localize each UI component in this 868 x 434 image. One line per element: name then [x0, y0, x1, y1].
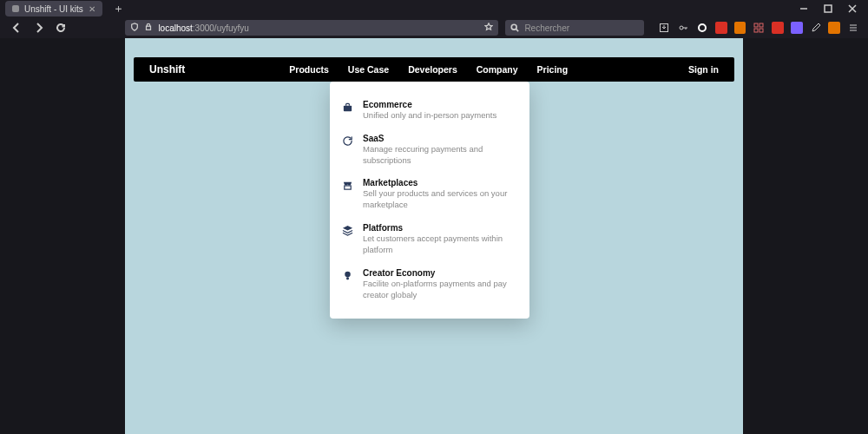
browser-titlebar: Unshift - UI kits ✕ ＋ [0, 0, 868, 17]
nav-developers[interactable]: Developers [408, 64, 457, 75]
extension-red-icon[interactable] [715, 22, 727, 34]
briefcase-icon [342, 100, 354, 122]
extension-pencil-icon[interactable] [810, 22, 822, 34]
browser-toolbar: localhost:3000/uyfuyfyu Rechercher [0, 17, 868, 38]
svg-rect-8 [754, 29, 758, 32]
maximize-button[interactable] [823, 3, 833, 14]
extension-orange-icon[interactable] [734, 22, 746, 34]
lock-icon [144, 23, 153, 33]
nav-pricing[interactable]: Pricing [537, 64, 569, 75]
nav-links: Products Use Case Developers Company Pri… [289, 64, 568, 75]
store-icon [342, 178, 354, 211]
dropdown-item-marketplaces[interactable]: Marketplaces Sell your products and serv… [342, 172, 517, 217]
extension-red2-icon[interactable] [772, 22, 784, 34]
extension-grid-icon[interactable] [753, 22, 765, 34]
brand-logo[interactable]: Unshift [149, 63, 185, 76]
forward-button[interactable] [31, 20, 47, 36]
reload-button[interactable] [53, 20, 69, 36]
nav-company[interactable]: Company [477, 64, 518, 75]
bookmark-star-icon[interactable] [484, 23, 493, 33]
back-button[interactable] [9, 20, 24, 36]
window-controls [799, 3, 868, 14]
browser-tab-active[interactable]: Unshift - UI kits ✕ [5, 1, 102, 16]
new-tab-button[interactable]: ＋ [108, 1, 129, 16]
minimize-button[interactable] [799, 3, 809, 14]
dropdown-item-creator-economy[interactable]: Creator Economy Facilite on-platforms pa… [342, 262, 517, 307]
extension-save-icon[interactable] [658, 22, 670, 34]
svg-point-4 [680, 26, 683, 30]
dropdown-item-platforms[interactable]: Platforms Let customers accept payments … [342, 217, 517, 262]
dropdown-desc: Sell your products and services on your … [363, 188, 517, 211]
page-body: Unshift Products Use Case Developers Com… [125, 38, 743, 434]
svg-rect-11 [345, 186, 351, 189]
url-bar[interactable]: localhost:3000/uyfuyfyu [125, 20, 498, 36]
svg-rect-7 [760, 23, 763, 27]
lightbulb-icon [342, 268, 354, 301]
search-bar[interactable]: Rechercher [505, 20, 644, 36]
nav-use-case[interactable]: Use Case [348, 64, 389, 75]
url-text: localhost:3000/uyfuyfyu [158, 23, 479, 33]
extension-circle-icon[interactable] [696, 22, 708, 34]
dropdown-title: Marketplaces [363, 178, 517, 187]
tab-title: Unshift - UI kits [24, 4, 83, 14]
svg-point-12 [345, 272, 351, 278]
dropdown-title: Platforms [363, 223, 517, 233]
svg-rect-1 [147, 26, 151, 30]
dropdown-desc: Let customers accept payments within pla… [363, 233, 517, 256]
close-icon[interactable]: ✕ [89, 4, 95, 14]
browser-tabs: Unshift - UI kits ✕ ＋ [0, 1, 129, 16]
dropdown-item-ecommerce[interactable]: Ecommerce Unified only and in-person pay… [342, 94, 517, 128]
nav-products[interactable]: Products [289, 64, 329, 75]
dropdown-title: Creator Economy [363, 268, 517, 278]
svg-point-5 [699, 24, 706, 31]
dropdown-title: SaaS [363, 134, 517, 143]
dropdown-desc: Facilite on-platforms payments and pay c… [363, 279, 517, 301]
svg-rect-10 [344, 106, 352, 111]
shield-icon [130, 23, 139, 33]
layers-icon [342, 223, 354, 256]
close-window-button[interactable] [847, 3, 858, 14]
extension-key-icon[interactable] [677, 22, 689, 34]
dropdown-item-saas[interactable]: SaaS Manage reccuring payments and subsc… [342, 128, 517, 173]
refresh-icon [342, 134, 354, 167]
svg-rect-13 [346, 277, 349, 279]
svg-rect-0 [825, 5, 832, 12]
extension-purple-icon[interactable] [791, 22, 803, 34]
dropdown-title: Ecommerce [363, 100, 517, 109]
svg-point-2 [512, 24, 517, 30]
dropdown-desc: Unified only and in-person payments [363, 110, 517, 122]
browser-menu-button[interactable] [847, 22, 859, 34]
search-placeholder: Rechercher [524, 23, 569, 33]
search-icon [510, 23, 519, 32]
signin-link[interactable]: Sign in [688, 64, 719, 75]
favicon [12, 5, 19, 12]
use-case-dropdown: Ecommerce Unified only and in-person pay… [330, 82, 529, 319]
extension-orange2-icon[interactable] [828, 22, 840, 34]
browser-viewport: Unshift Products Use Case Developers Com… [0, 38, 868, 434]
svg-rect-9 [760, 29, 763, 32]
site-navbar: Unshift Products Use Case Developers Com… [134, 57, 734, 82]
svg-rect-6 [754, 23, 758, 27]
dropdown-desc: Manage reccuring payments and subscripti… [363, 144, 517, 167]
